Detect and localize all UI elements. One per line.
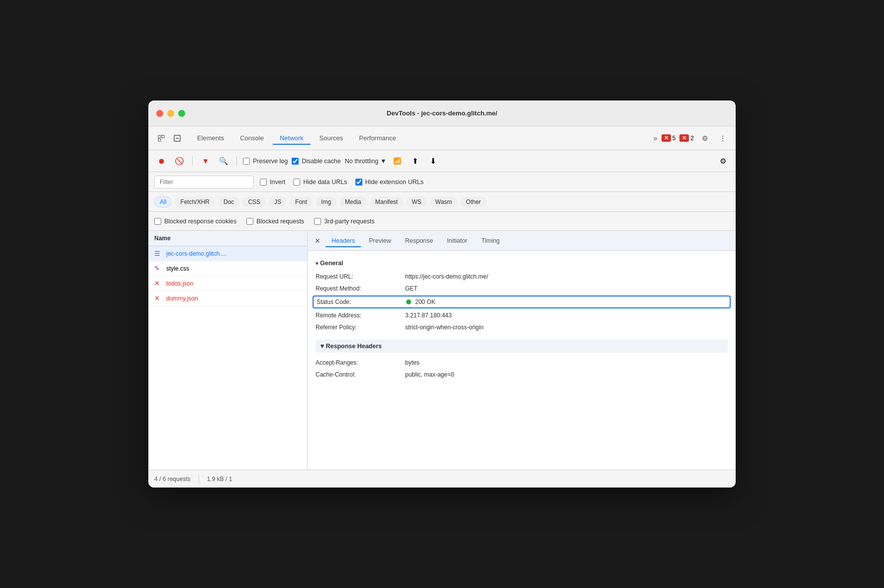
hide-extension-urls-checkbox[interactable] [355,179,362,186]
list-item[interactable]: ☰ jec-cors-demo.glitch.... [148,246,307,261]
upload-icon[interactable]: ⬆ [408,154,422,168]
error-count-red-num: 5 [672,135,676,142]
hide-extension-urls-label[interactable]: Hide extension URLs [355,179,424,186]
type-btn-img[interactable]: Img [316,196,336,207]
item-name: dummy.json [166,295,198,302]
network-settings-icon[interactable]: ⚙ [716,154,730,168]
requests-count: 4 / 6 requests [154,476,191,483]
response-section-header: ▾ Response Headers [316,339,728,353]
network-toolbar: ⏺ 🚫 ▼ 🔍 Preserve log Disable cache No th… [148,150,736,172]
tab-elements[interactable]: Elements [190,131,231,145]
filter-input[interactable] [154,176,254,189]
search-icon[interactable]: 🔍 [217,154,230,168]
type-btn-manifest[interactable]: Manifest [370,196,403,207]
wifi-icon[interactable]: 📶 [390,154,404,168]
disable-cache-checkbox[interactable] [292,158,299,165]
status-dot-green [406,299,411,304]
type-btn-media[interactable]: Media [339,196,367,207]
cursor-icon[interactable] [154,131,168,145]
tab-sources[interactable]: Sources [313,131,350,145]
tabs-bar: Elements Console Network Sources Perform… [148,126,736,150]
disable-cache-label[interactable]: Disable cache [292,158,341,165]
settings-icon[interactable]: ⚙ [698,131,712,145]
third-party-checkbox[interactable] [314,218,321,225]
blocked-cookies-checkbox[interactable] [154,218,161,225]
type-btn-fetch-xhr[interactable]: Fetch/XHR [175,196,215,207]
inspect-icon[interactable] [170,131,184,145]
traffic-lights [156,110,185,117]
header-row-remote: Remote Address: 3.217.87.180:443 [316,309,728,321]
header-key-accept-ranges: Accept-Ranges: [316,359,405,366]
invert-label[interactable]: Invert [260,179,285,186]
maximize-button[interactable] [178,110,185,117]
blocked-requests-text: Blocked requests [256,218,304,225]
header-value-method: GET [405,285,728,292]
tab-headers[interactable]: Headers [326,234,361,247]
error-badge-orange: ✕ 2 [679,134,694,142]
tab-response[interactable]: Response [399,234,439,247]
filter-icon[interactable]: ▼ [199,154,213,168]
item-name: style.css [166,265,189,272]
hide-extension-urls-text: Hide extension URLs [365,179,424,186]
tab-preview[interactable]: Preview [363,234,397,247]
status-divider [199,475,199,483]
header-key-cache-control: Cache-Control: [316,371,405,378]
hide-data-urls-checkbox[interactable] [293,179,300,186]
blocked-cookies-label[interactable]: Blocked response cookies [154,218,236,225]
more-tabs-icon[interactable]: » [654,134,658,142]
general-section-header: ▾ General [316,257,728,271]
type-btn-ws[interactable]: WS [406,196,427,207]
third-party-label[interactable]: 3rd-party requests [314,218,374,225]
list-item[interactable]: ✕ todos.json [148,276,307,291]
blocked-requests-checkbox[interactable] [246,218,253,225]
tab-initiator[interactable]: Initiator [441,234,473,247]
type-btn-wasm[interactable]: Wasm [430,196,458,207]
preserve-log-label[interactable]: Preserve log [243,158,288,165]
header-key-method: Request Method: [316,285,405,292]
download-icon[interactable]: ⬇ [426,154,440,168]
type-btn-font[interactable]: Font [290,196,313,207]
list-item[interactable]: ✕ dummy.json [148,291,307,306]
arrow-icon: ▾ [316,261,318,266]
type-btn-all[interactable]: All [154,196,172,207]
type-btn-css[interactable]: CSS [242,196,266,207]
throttle-label: No throttling [345,158,378,165]
headers-content: ▾ General Request URL: https://jec-cors-… [308,251,736,470]
type-btn-other[interactable]: Other [460,196,486,207]
record-button[interactable]: ⏺ [154,154,168,168]
status-bar: 4 / 6 requests 1.9 kB / 1 [148,470,736,488]
list-item[interactable]: ✎ style.css [148,261,307,276]
minimize-button[interactable] [167,110,174,117]
preserve-log-checkbox[interactable] [243,158,250,165]
invert-checkbox[interactable] [260,179,267,186]
left-panel: Name ☰ jec-cors-demo.glitch.... ✎ style.… [148,231,308,470]
throttle-select[interactable]: No throttling ▼ [345,158,387,165]
close-panel-button[interactable]: ✕ [312,235,324,247]
invert-text: Invert [270,179,285,186]
header-value-url: https://jec-cors-demo.glitch.me/ [405,273,728,280]
main-content: Name ☰ jec-cors-demo.glitch.... ✎ style.… [148,231,736,470]
close-button[interactable] [156,110,163,117]
tab-performance[interactable]: Performance [352,131,403,145]
hide-data-urls-label[interactable]: Hide data URLs [293,179,347,186]
blocked-requests-label[interactable]: Blocked requests [246,218,304,225]
tab-console[interactable]: Console [233,131,271,145]
error-count-orange: ✕ [679,134,689,142]
settings-right: ⚙ [716,154,730,168]
header-key-url: Request URL: [316,273,405,280]
type-btn-doc[interactable]: Doc [218,196,239,207]
devtools-window: DevTools - jec-cors-demo.glitch.me/ Elem… [148,100,736,488]
clear-button[interactable]: 🚫 [172,154,186,168]
header-row-referrer: Referrer Policy: strict-origin-when-cros… [316,321,728,333]
header-key-referrer: Referrer Policy: [316,324,405,331]
header-value-remote: 3.217.87.180:443 [405,312,728,319]
error-icon: ✕ [154,294,162,302]
tab-timing[interactable]: Timing [475,234,506,247]
tab-network[interactable]: Network [273,131,311,145]
filter-bar: Invert Hide data URLs Hide extension URL… [148,172,736,192]
throttle-arrow: ▼ [380,158,386,165]
header-value-accept-ranges: bytes [405,359,728,366]
type-btn-js[interactable]: JS [269,196,287,207]
more-menu-icon[interactable]: ⋮ [716,131,730,145]
doc-icon: ☰ [154,250,162,257]
